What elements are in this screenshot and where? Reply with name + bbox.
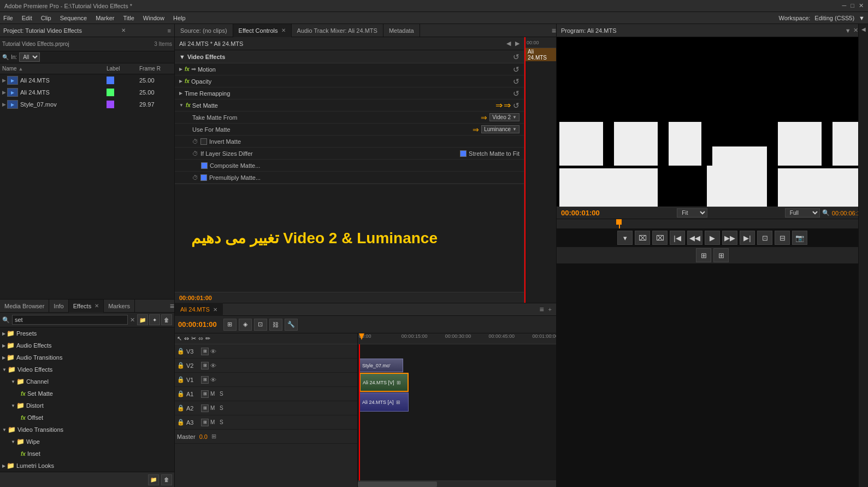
right-strip-collapse[interactable]: ◀	[861, 26, 866, 32]
tab-media-browser[interactable]: Media Browser	[0, 300, 49, 313]
menu-title[interactable]: Title	[123, 15, 134, 21]
tl-tool-pen[interactable]: ✏	[205, 335, 210, 342]
menu-marker[interactable]: Marker	[96, 15, 114, 21]
program-quality-select[interactable]: Full Half Quarter	[785, 208, 820, 218]
program-panel-close[interactable]: ✕	[853, 27, 858, 34]
stretch-matte-ctrl[interactable]: Stretch Matte to Fit	[460, 150, 519, 157]
tree-presets[interactable]: ▶ 📁 Presets	[0, 327, 174, 339]
menu-window[interactable]: Window	[143, 15, 164, 21]
tab-info[interactable]: Info	[49, 300, 68, 313]
prog-btn-out[interactable]: ⌧	[652, 231, 668, 245]
opacity-reset[interactable]: ↺	[513, 77, 519, 86]
project-search-icon[interactable]: 🔍	[2, 54, 9, 60]
a3-sync-btn[interactable]: ⊞	[201, 419, 209, 426]
prog-btn-prev-mark[interactable]: |◀	[670, 231, 685, 245]
prog-btn-next-mark[interactable]: ▶|	[740, 231, 755, 245]
ve-tri[interactable]: ▼	[179, 54, 185, 60]
a1-sync-btn[interactable]: ⊞	[201, 390, 209, 398]
timeline-tab-ali[interactable]: Ali 24.MTS ✕	[175, 303, 223, 316]
menu-edit[interactable]: Edit	[22, 15, 32, 21]
delete-btn[interactable]: 🗑	[161, 314, 172, 325]
prog-btn-in[interactable]: ⌧	[635, 231, 650, 245]
v1-sync-btn[interactable]: ⊞	[201, 376, 209, 384]
v3-eye-icon[interactable]: 👁	[210, 348, 216, 355]
stretch-matte-checkbox[interactable]	[460, 150, 467, 157]
prog-btn-extract[interactable]: ⊟	[775, 231, 790, 245]
close-icon[interactable]: ✕	[859, 2, 864, 9]
tl-tool-ripple[interactable]: ⇔	[184, 335, 189, 342]
invert-matte-checkbox[interactable]	[200, 138, 207, 145]
set-matte-header[interactable]: ▼ fx Set Matte ⇒ ⇒ ↺	[175, 99, 524, 112]
search-clear-icon[interactable]: ✕	[130, 316, 135, 324]
ec-navigate-prev[interactable]: ◀	[506, 40, 511, 47]
tree-offset[interactable]: fx Offset	[0, 412, 174, 424]
tree-set-matte[interactable]: fx Set Matte	[0, 388, 174, 400]
tree-channel[interactable]: ▼ 📁 Channel	[0, 375, 174, 388]
workspace-dropdown-icon[interactable]: ▼	[859, 15, 865, 21]
delete-effect-btn[interactable]: 🗑	[161, 474, 172, 485]
a2-sync-btn[interactable]: ⊞	[201, 404, 209, 412]
effects-panel-menu[interactable]: ≡	[170, 302, 174, 310]
tl-btn-insert[interactable]: 🔧	[285, 319, 298, 331]
take-matte-dropdown[interactable]: Video 2 ▼	[489, 113, 519, 121]
opacity-row[interactable]: ▶ fx Opacity ↺	[175, 75, 524, 87]
a2-m-label[interactable]: M	[210, 405, 218, 411]
prog-btn-down[interactable]: ▾	[617, 231, 633, 245]
motion-reset[interactable]: ↺	[513, 65, 519, 74]
project-item-0[interactable]: ▶ ▶ Ali 24.MTS 25.00	[0, 74, 174, 86]
tab-effects[interactable]: Effects ✕	[69, 300, 104, 313]
premultiply-matte-ctrl[interactable]: Premultiply Matte...	[200, 174, 261, 181]
tl-clip-ali-v1[interactable]: Ali 24.MTS [V] ⊞	[359, 373, 409, 392]
ec-panel-menu[interactable]: ≡	[552, 26, 556, 35]
ec-tab-audio-mixer[interactable]: Audio Track Mixer: Ali 24.MTS	[292, 24, 383, 37]
time-remapping-row[interactable]: ▶ Time Remapping ↺	[175, 87, 524, 99]
timeline-add-icon[interactable]: +	[548, 306, 556, 313]
v1-eye-icon[interactable]: 👁	[210, 377, 216, 383]
project-item-2[interactable]: ▶ ▶ Style_07.mov 29.97	[0, 98, 174, 110]
invert-matte-ctrl[interactable]: Invert Matte	[200, 138, 241, 145]
ec-tab-source[interactable]: Source: (no clips)	[175, 24, 233, 37]
motion-row[interactable]: ▶ fx ➡ Motion ↺	[175, 63, 524, 75]
timeline-tab-close[interactable]: ✕	[213, 307, 217, 313]
composite-matte-checkbox[interactable]	[201, 162, 208, 169]
tree-audio-effects[interactable]: ▶ 📁 Audio Effects	[0, 339, 174, 351]
tl-btn-add-marker[interactable]: ◈	[239, 319, 252, 331]
ve-reset[interactable]: ↺	[513, 52, 519, 61]
tree-audio-transitions[interactable]: ▶ 📁 Audio Transitions	[0, 351, 174, 363]
prog-btn-lift[interactable]: ⊡	[757, 231, 772, 245]
tl-tool-razor[interactable]: ✂	[191, 335, 196, 342]
minimize-icon[interactable]: ─	[842, 2, 847, 9]
tl-clip-style07[interactable]: Style_07.mo'	[359, 359, 403, 372]
maximize-icon[interactable]: □	[851, 2, 854, 9]
menu-help[interactable]: Help	[173, 15, 186, 21]
set-matte-reset[interactable]: ↺	[513, 101, 519, 110]
effects-tab-close[interactable]: ✕	[95, 303, 99, 309]
menu-file[interactable]: File	[3, 15, 13, 21]
a1-m-label[interactable]: M	[210, 391, 218, 397]
v3-lock-icon[interactable]: 🔒	[177, 348, 185, 355]
a3-s-label[interactable]: S	[220, 419, 227, 425]
a3-lock-icon[interactable]: 🔒	[177, 419, 185, 426]
tree-lumetri[interactable]: ▶ 📁 Lumetri Looks	[0, 460, 174, 472]
prog-btn-play[interactable]: ▶	[705, 231, 720, 245]
tree-video-effects[interactable]: ▼ 📁 Video Effects	[0, 363, 174, 375]
a1-s-label[interactable]: S	[220, 391, 227, 397]
premultiply-matte-checkbox[interactable]	[200, 174, 207, 181]
tl-h-scrollbar[interactable]	[358, 480, 556, 487]
tab-markers[interactable]: Markers	[104, 300, 135, 313]
a3-m-label[interactable]: M	[210, 419, 218, 425]
tl-btn-snap[interactable]: ⊡	[254, 319, 267, 331]
in-select[interactable]: All	[19, 52, 40, 62]
tree-inset[interactable]: fx Inset	[0, 448, 174, 460]
ec-tab-effect-controls[interactable]: Effect Controls ✕	[233, 24, 292, 37]
time-remapping-reset[interactable]: ↺	[513, 89, 519, 98]
master-expand[interactable]: ⊞	[211, 433, 216, 440]
composite-matte-ctrl[interactable]: Composite Matte...	[192, 162, 260, 169]
v1-lock-icon[interactable]: 🔒	[177, 376, 185, 383]
tl-h-thumb[interactable]	[358, 482, 437, 487]
ec-navigate-next[interactable]: ▶	[515, 40, 519, 47]
tl-tool-slip[interactable]: ⬄	[198, 335, 203, 342]
ec-tab-close[interactable]: ✕	[281, 27, 286, 33]
prog-btn-safe-margins[interactable]: ⊞	[696, 248, 711, 262]
menu-sequence[interactable]: Sequence	[60, 15, 87, 21]
